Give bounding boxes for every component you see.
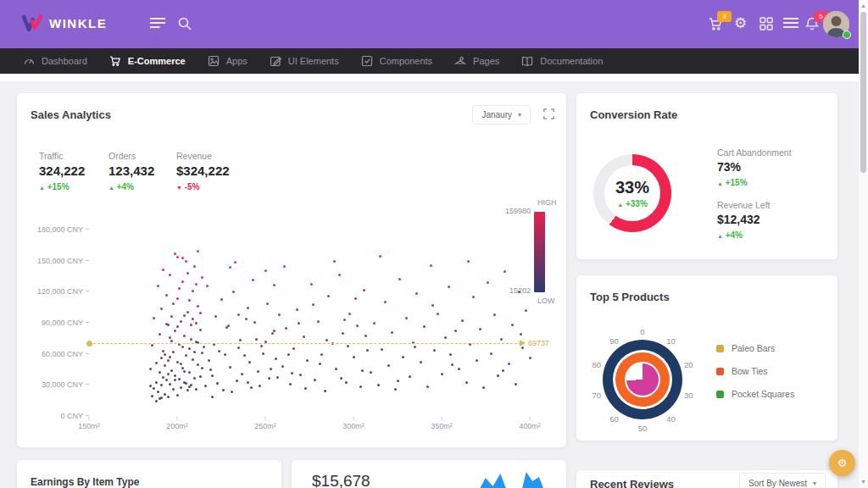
scatter-point bbox=[331, 342, 334, 345]
scatter-point bbox=[504, 270, 506, 273]
nav-item-components[interactable]: Components bbox=[350, 48, 443, 74]
page-scrollbar[interactable]: ▲ ▼ bbox=[859, 0, 868, 488]
scatter-point bbox=[461, 319, 464, 322]
scatter-point bbox=[335, 368, 337, 370]
menu-lines-icon[interactable] bbox=[783, 17, 798, 29]
scatter-point bbox=[377, 384, 380, 386]
scatter-point bbox=[183, 314, 186, 317]
scatter-point bbox=[170, 369, 173, 372]
scatter-point bbox=[449, 353, 452, 356]
scatter-point bbox=[222, 389, 225, 391]
scatter-point bbox=[268, 377, 270, 380]
scatter-point bbox=[176, 297, 179, 300]
book-icon bbox=[521, 55, 533, 67]
scatter-point bbox=[169, 383, 171, 385]
scatter-point bbox=[155, 362, 158, 364]
scatter-point bbox=[218, 350, 220, 352]
legend-label: Paleo Bars bbox=[732, 343, 775, 353]
scatter-point bbox=[188, 371, 191, 374]
scatter-point bbox=[326, 339, 328, 341]
scatter-point bbox=[338, 274, 341, 276]
scatter-point bbox=[169, 336, 171, 339]
brand-logo[interactable]: WINKLE bbox=[22, 14, 107, 32]
scatter-point bbox=[188, 385, 191, 388]
scatter-point bbox=[197, 341, 199, 344]
scatter-point bbox=[165, 323, 168, 325]
nav-item-apps[interactable]: Apps bbox=[197, 48, 259, 74]
scatter-point bbox=[181, 367, 184, 369]
scatter-point bbox=[373, 322, 376, 324]
hanger-icon bbox=[454, 55, 466, 67]
pencil-square-icon bbox=[270, 55, 281, 67]
scatter-point bbox=[232, 291, 235, 293]
scatter-point bbox=[188, 299, 191, 302]
nav-item-pages[interactable]: Pages bbox=[443, 48, 510, 74]
conversion-stat-1: Cart Abandonment73%▲ +15% bbox=[717, 147, 792, 187]
scatter-point bbox=[520, 333, 522, 336]
period-dropdown-value: Janaury bbox=[481, 110, 512, 119]
legend-item-pocket-squares[interactable]: Pocket Squares bbox=[716, 389, 794, 399]
scatter-point bbox=[431, 304, 434, 307]
scatter-point bbox=[420, 361, 422, 363]
notifications-bell-button[interactable]: 5 bbox=[805, 17, 819, 31]
scatter-point bbox=[208, 359, 210, 362]
search-icon[interactable] bbox=[178, 17, 192, 30]
sort-dropdown[interactable]: Sort By Newest ▾ bbox=[739, 473, 826, 488]
scatter-point bbox=[364, 335, 367, 337]
nav-item-dashboard[interactable]: Dashboard bbox=[12, 48, 98, 74]
legend-item-paleo-bars[interactable]: Paleo Bars bbox=[716, 343, 794, 353]
y-axis-tick-mark bbox=[86, 353, 89, 354]
content-top-strip bbox=[0, 74, 859, 81]
nav-item-ui-elements[interactable]: UI Elements bbox=[259, 48, 350, 74]
angle-axis-label: 60 bbox=[609, 414, 619, 424]
scrollbar-down-arrow[interactable]: ▼ bbox=[859, 479, 868, 485]
x-axis-tick-mark bbox=[265, 417, 266, 420]
cart-icon bbox=[109, 55, 121, 67]
scatter-point bbox=[151, 395, 153, 397]
scatter-point bbox=[167, 373, 170, 375]
scatter-point bbox=[266, 302, 269, 305]
scatter-point bbox=[165, 294, 168, 297]
scrollbar-thumb[interactable] bbox=[860, 12, 866, 173]
scatter-point bbox=[529, 357, 531, 359]
scatter-point bbox=[298, 322, 300, 324]
scatter-point bbox=[178, 287, 181, 290]
scatter-point bbox=[197, 250, 199, 252]
scatter-point bbox=[201, 276, 203, 279]
scatter-point bbox=[370, 371, 372, 374]
header-cart-button[interactable]: 3 bbox=[709, 17, 723, 31]
scatter-point bbox=[237, 347, 240, 349]
x-axis-tick-mark bbox=[177, 417, 178, 420]
image-icon bbox=[208, 55, 220, 67]
y-axis-tick-mark bbox=[86, 415, 89, 416]
sidebar-toggle-icon[interactable] bbox=[150, 17, 165, 29]
scatter-point bbox=[291, 372, 293, 374]
scatter-point bbox=[162, 376, 164, 379]
y-axis-tick-mark bbox=[86, 322, 89, 323]
scatter-point bbox=[247, 381, 249, 384]
scatter-point bbox=[181, 280, 184, 283]
scatter-point bbox=[247, 307, 249, 309]
online-status-dot bbox=[843, 30, 851, 39]
scatter-point bbox=[394, 388, 397, 391]
x-axis-tick-mark bbox=[89, 417, 90, 420]
nav-item-documentation[interactable]: Documentation bbox=[510, 48, 614, 74]
scatter-point bbox=[211, 374, 214, 377]
scrollbar-up-arrow[interactable]: ▲ bbox=[859, 3, 868, 8]
scatter-point bbox=[259, 385, 261, 387]
scatter-point bbox=[285, 327, 287, 330]
conversion-donut-chart: 33% ▲ +33% bbox=[593, 154, 671, 232]
nav-item-e-commerce[interactable]: E-Commerce bbox=[98, 48, 197, 74]
stat-label: Revenue Left bbox=[717, 200, 770, 210]
apps-grid-icon[interactable] bbox=[760, 17, 773, 30]
fullscreen-expand-icon[interactable] bbox=[543, 108, 554, 119]
settings-gear-icon[interactable]: ⚙ bbox=[734, 16, 747, 30]
stat-delta: ▼ -5% bbox=[176, 182, 230, 191]
scatter-point bbox=[160, 396, 163, 399]
legend-item-bow-ties[interactable]: Bow Ties bbox=[716, 366, 794, 376]
scatter-point bbox=[192, 358, 194, 361]
floating-settings-button[interactable]: ⚙ bbox=[829, 450, 855, 476]
period-dropdown[interactable]: Janaury ▾ bbox=[472, 105, 531, 125]
scatter-point bbox=[192, 318, 194, 320]
stat-label: Revenue bbox=[176, 151, 230, 161]
